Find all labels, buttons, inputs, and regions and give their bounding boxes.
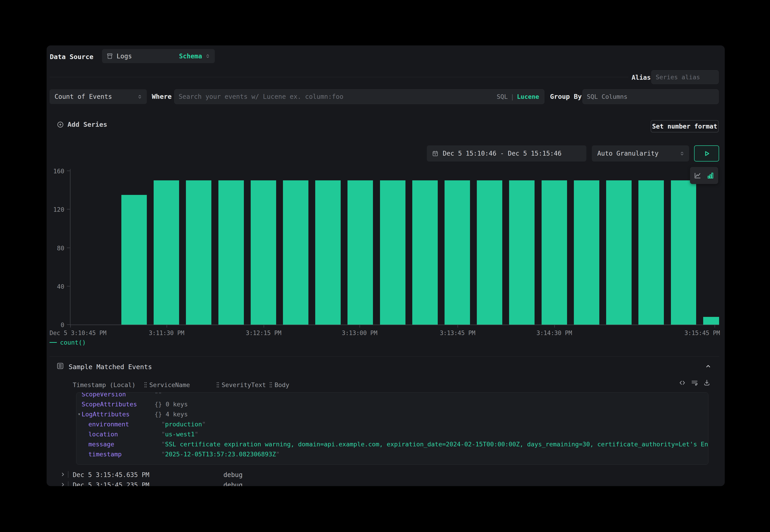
attribute-row[interactable]: ScopeAttributes{} 0 keys <box>76 399 708 409</box>
attribute-key[interactable]: location <box>88 431 161 438</box>
attribute-value: "" <box>154 392 162 398</box>
chevron-updown-icon <box>679 151 685 157</box>
attribute-row[interactable]: environment"production" <box>76 419 708 429</box>
add-series-button[interactable]: Add Series <box>57 121 107 128</box>
attribute-key[interactable]: ScopeAttributes <box>82 401 154 408</box>
attribute-row[interactable]: ▾LogAttributes{} 4 keys <box>76 409 708 419</box>
expand-row-icon[interactable] <box>60 482 66 486</box>
column-label: Timestamp (Local) <box>73 381 135 388</box>
y-tick <box>67 248 70 248</box>
bar[interactable] <box>606 180 632 325</box>
collapse-section-icon[interactable] <box>705 363 712 370</box>
bar[interactable] <box>445 180 470 325</box>
bar[interactable] <box>671 180 696 325</box>
attribute-key[interactable]: environment <box>88 421 161 428</box>
bar[interactable] <box>542 180 567 325</box>
attribute-value: "SSL certificate expiration warning, dom… <box>161 441 708 448</box>
row-divider <box>68 471 68 478</box>
search-box: SQL | Lucene <box>174 89 544 104</box>
attribute-row[interactable]: ScopeVersion"" <box>76 392 708 399</box>
bar[interactable] <box>121 195 147 325</box>
bar[interactable] <box>703 317 719 325</box>
code-view-icon[interactable] <box>678 379 686 387</box>
group-by-input[interactable] <box>583 89 718 104</box>
expand-row-icon[interactable] <box>60 471 66 477</box>
column-header[interactable]: Timestamp (Local) <box>73 381 135 388</box>
query-language-toggle[interactable]: SQL | Lucene <box>497 89 539 104</box>
chart-type-toggle <box>690 167 718 184</box>
column-label: ServiceName <box>149 381 190 388</box>
bar[interactable] <box>251 180 276 325</box>
x-tick <box>554 325 555 328</box>
aggregation-value: Count of Events <box>55 93 112 100</box>
detail-rows: ScopeVersion""ScopeAttributes{} 0 keys▾L… <box>76 392 708 459</box>
attribute-row[interactable]: message"SSL certificate expiration warni… <box>76 439 708 449</box>
bar[interactable] <box>283 180 308 325</box>
search-input[interactable] <box>174 89 544 104</box>
column-header[interactable]: SeverityText <box>216 381 266 388</box>
events-section-title: Sample Matched Events <box>69 363 152 371</box>
bar[interactable] <box>509 180 535 325</box>
add-series-label: Add Series <box>67 121 107 128</box>
event-timestamp: Dec 5 3:15:45.635 PM <box>73 471 149 479</box>
collapse-caret-icon[interactable]: ▾ <box>78 411 81 417</box>
schema-link[interactable]: Schema <box>179 52 202 60</box>
column-label: Body <box>274 381 289 388</box>
bar[interactable] <box>412 180 438 325</box>
x-axis-label: 3:13:00 PM <box>342 330 377 336</box>
bar[interactable] <box>638 180 664 325</box>
data-source-value: Logs <box>117 52 132 60</box>
attribute-key[interactable]: LogAttributes <box>82 411 154 418</box>
bar[interactable] <box>574 180 599 325</box>
y-axis-label: 80 <box>57 244 64 251</box>
bar[interactable] <box>186 180 211 325</box>
attribute-row[interactable]: location"us-west1" <box>76 429 708 439</box>
lucene-toggle[interactable]: Lucene <box>517 93 539 100</box>
x-axis-label: 3:12:15 PM <box>246 330 281 336</box>
aggregation-select[interactable]: Count of Events <box>50 89 147 104</box>
attribute-key[interactable]: timestamp <box>88 451 161 458</box>
attribute-row[interactable]: timestamp"2025-12-05T13:57:23.082306893Z… <box>76 449 708 459</box>
download-icon[interactable] <box>703 379 711 387</box>
granularity-select[interactable]: Auto Granularity <box>592 145 689 162</box>
bar[interactable] <box>347 180 373 325</box>
attribute-key[interactable]: ScopeVersion <box>82 392 154 398</box>
plus-circle-icon <box>57 121 64 128</box>
attribute-key[interactable]: message <box>88 441 161 448</box>
x-axis-label: 3:14:30 PM <box>537 330 572 336</box>
calendar-icon <box>432 150 439 157</box>
data-source-select[interactable]: Logs Schema <box>102 49 215 63</box>
y-axis <box>70 169 70 325</box>
alias-input[interactable] <box>652 70 718 84</box>
y-tick <box>67 209 70 209</box>
time-range-picker[interactable]: Dec 5 15:10:46 - Dec 5 15:15:46 <box>427 145 586 162</box>
bar[interactable] <box>477 180 502 325</box>
bar[interactable] <box>380 180 406 325</box>
attribute-value: {} 0 keys <box>154 401 188 408</box>
drag-handle-icon[interactable] <box>269 381 272 388</box>
drag-handle-icon[interactable] <box>216 381 219 388</box>
event-row[interactable]: Dec 5 3:15:45.235 PMdebug <box>47 480 719 486</box>
x-tick <box>167 325 167 328</box>
divider <box>50 356 719 357</box>
run-query-button[interactable] <box>694 145 719 162</box>
event-row[interactable]: Dec 5 3:15:45.635 PMdebug <box>47 469 719 480</box>
x-axis-label: Dec 5 3:10:45 PM <box>50 330 106 336</box>
column-header[interactable]: Body <box>269 381 289 388</box>
chart-plot: 04080120160Dec 5 3:10:45 PM3:11:30 PM3:1… <box>70 171 719 325</box>
bar[interactable] <box>154 180 179 325</box>
x-tick <box>458 325 458 328</box>
legend-label: count() <box>60 339 86 346</box>
attribute-value: "2025-12-05T13:57:23.082306893Z" <box>161 451 279 458</box>
event-timestamp: Dec 5 3:15:45.235 PM <box>73 481 149 486</box>
bar-chart-icon[interactable] <box>706 172 715 180</box>
line-chart-icon[interactable] <box>694 172 702 180</box>
column-header[interactable]: ServiceName <box>144 381 190 388</box>
bar[interactable] <box>218 180 244 325</box>
sql-toggle[interactable]: SQL <box>497 93 508 100</box>
text-wrap-icon[interactable] <box>691 379 698 387</box>
drag-handle-icon[interactable] <box>144 381 147 388</box>
x-axis-label: 3:15:45 PM <box>684 330 720 336</box>
bar[interactable] <box>315 180 341 325</box>
set-number-format-button[interactable]: Set number format <box>651 120 719 132</box>
